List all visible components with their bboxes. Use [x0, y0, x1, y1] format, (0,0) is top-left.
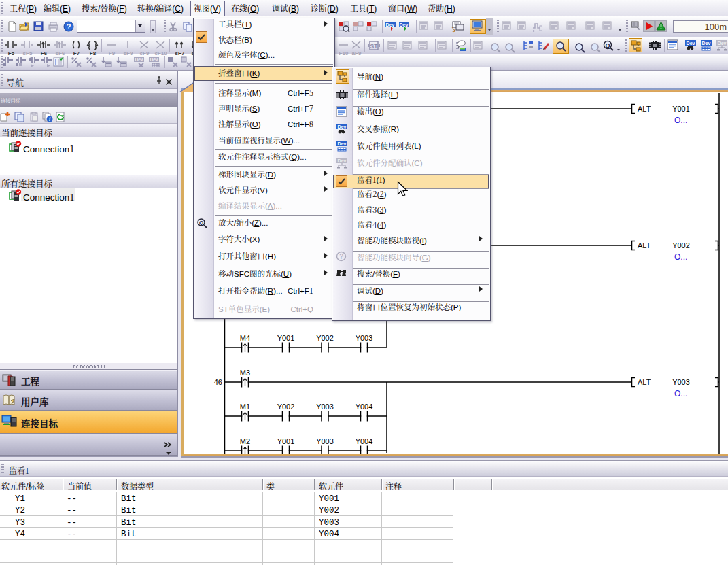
- svg-text:46: 46: [214, 378, 222, 386]
- svg-text:Dev: Dev: [338, 141, 347, 146]
- svg-text:Y003: Y003: [356, 334, 373, 342]
- svg-text:Y004: Y004: [356, 437, 373, 445]
- svg-text:?: ?: [67, 22, 71, 31]
- svg-text:Y001: Y001: [672, 105, 690, 113]
- svg-text:ALT: ALT: [638, 378, 651, 386]
- svg-text:Dev: Dev: [718, 41, 727, 46]
- svg-text:Y002: Y002: [316, 334, 334, 342]
- svg-text:Dev: Dev: [687, 41, 695, 46]
- svg-text:Q: Q: [605, 42, 610, 49]
- svg-text:Y003: Y003: [316, 437, 334, 445]
- svg-text:Y001: Y001: [277, 437, 295, 445]
- svg-text:O...: O...: [674, 252, 687, 262]
- svg-text:Y002: Y002: [277, 403, 295, 411]
- svg-text:ALT: ALT: [638, 105, 651, 113]
- svg-text:Dev: Dev: [150, 57, 158, 62]
- svg-text:Y002: Y002: [672, 241, 690, 250]
- svg-text:ST: ST: [370, 43, 379, 50]
- svg-text:ALT: ALT: [638, 241, 651, 250]
- svg-text:Y003: Y003: [316, 403, 334, 411]
- svg-text:O...: O...: [674, 389, 687, 398]
- svg-text:Y004: Y004: [356, 403, 373, 411]
- svg-text:Dev: Dev: [135, 57, 143, 62]
- svg-text:M4: M4: [240, 334, 250, 342]
- svg-text:Dev: Dev: [386, 22, 395, 27]
- svg-text:Q: Q: [199, 220, 203, 226]
- svg-text:M2: M2: [240, 437, 250, 445]
- svg-text:Dev: Dev: [702, 41, 711, 46]
- svg-text:?: ?: [339, 253, 343, 260]
- svg-text:Dev: Dev: [400, 22, 409, 27]
- svg-text:O...: O...: [674, 116, 687, 125]
- svg-text:Y001: Y001: [277, 334, 295, 342]
- svg-text:Dev: Dev: [338, 158, 347, 163]
- svg-text:Y003: Y003: [672, 378, 690, 386]
- svg-text:M3: M3: [240, 369, 250, 377]
- svg-text:M1: M1: [240, 403, 250, 411]
- svg-text:Dev: Dev: [338, 124, 347, 129]
